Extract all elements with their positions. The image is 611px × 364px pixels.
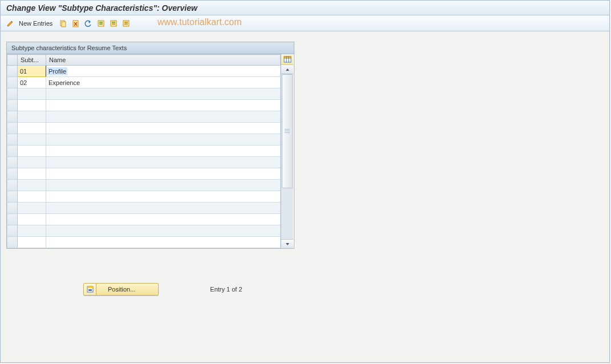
cell-subt[interactable]: 01	[18, 66, 46, 77]
table-row-empty[interactable]	[7, 157, 281, 168]
toggle-edit-icon[interactable]	[5, 18, 15, 29]
svg-rect-18	[88, 289, 92, 291]
table-row-empty[interactable]	[7, 191, 281, 203]
row-selector[interactable]	[7, 237, 18, 248]
table-row-empty[interactable]	[7, 203, 281, 214]
delete-icon[interactable]	[71, 18, 81, 29]
cell-subt[interactable]	[18, 191, 46, 203]
cell-name[interactable]	[46, 180, 281, 191]
cell-subt[interactable]	[18, 145, 46, 157]
app-frame: Change View "Subtype Characteristics": O…	[0, 0, 610, 363]
cell-subt[interactable]	[18, 168, 46, 180]
table-row-empty[interactable]	[7, 180, 281, 191]
cell-subt[interactable]	[18, 111, 46, 123]
row-selector[interactable]	[7, 157, 18, 168]
panel-title: Subtype characteristics for Resume Texts	[7, 42, 294, 54]
cell-subt[interactable]	[18, 134, 46, 145]
content-area: Subtype characteristics for Resume Texts…	[1, 31, 609, 306]
col-header-subt[interactable]: Subt...	[18, 55, 46, 66]
scroll-thumb[interactable]	[282, 74, 293, 188]
cell-subt[interactable]	[18, 88, 46, 100]
cell-name[interactable]	[46, 88, 281, 100]
table-settings-icon[interactable]	[281, 54, 293, 65]
scroll-track[interactable]	[281, 74, 293, 239]
vertical-scrollbar	[281, 54, 293, 248]
position-button[interactable]: Position...	[83, 283, 159, 296]
scroll-up-icon[interactable]	[281, 65, 293, 74]
cell-name[interactable]	[46, 168, 281, 180]
table-row-empty[interactable]	[7, 100, 281, 111]
table-row-empty[interactable]	[7, 168, 281, 180]
footer-row: Position... Entry 1 of 2	[6, 283, 604, 296]
cell-subt[interactable]	[18, 203, 46, 214]
cell-name[interactable]: Experience	[46, 77, 281, 88]
row-selector[interactable]	[7, 66, 18, 77]
cell-subt[interactable]	[18, 100, 46, 111]
table-row-empty[interactable]	[7, 111, 281, 123]
row-selector[interactable]	[7, 123, 18, 134]
subtype-panel: Subtype characteristics for Resume Texts…	[6, 42, 294, 249]
cell-name[interactable]	[46, 111, 281, 123]
select-all-icon[interactable]	[96, 18, 106, 29]
cell-name[interactable]	[46, 237, 281, 248]
copy-icon[interactable]	[58, 18, 68, 29]
cell-subt[interactable]	[18, 123, 46, 134]
row-selector[interactable]	[7, 203, 18, 214]
cell-name[interactable]	[46, 203, 281, 214]
cell-name[interactable]	[46, 225, 281, 237]
position-icon	[84, 284, 96, 295]
new-entries-button[interactable]: New Entries	[18, 20, 56, 27]
svg-rect-4	[99, 22, 103, 23]
cell-name[interactable]	[46, 123, 281, 134]
entry-status: Entry 1 of 2	[210, 286, 242, 293]
row-selector[interactable]	[7, 191, 18, 203]
select-block-icon[interactable]	[108, 18, 119, 29]
cell-name[interactable]: Profile	[46, 66, 281, 77]
table-row[interactable]: 02Experience	[7, 77, 281, 88]
row-selector[interactable]	[7, 214, 18, 225]
col-header-name[interactable]: Name	[46, 55, 281, 66]
toolbar: New Entries www.tutorialkart.com	[1, 15, 609, 31]
undo-icon[interactable]	[83, 18, 94, 29]
table-row-empty[interactable]	[7, 145, 281, 157]
cell-name[interactable]	[46, 134, 281, 145]
cell-name[interactable]	[46, 145, 281, 157]
col-header-select[interactable]	[7, 55, 18, 66]
table-row-empty[interactable]	[7, 237, 281, 248]
svg-rect-10	[124, 22, 128, 23]
table-row-empty[interactable]	[7, 225, 281, 237]
row-selector[interactable]	[7, 180, 18, 191]
table-row-empty[interactable]	[7, 88, 281, 100]
cell-subt[interactable]	[18, 157, 46, 168]
table-row[interactable]: 01Profile	[7, 66, 281, 77]
cell-name[interactable]	[46, 191, 281, 203]
cell-name[interactable]	[46, 157, 281, 168]
row-selector[interactable]	[7, 111, 18, 123]
table-row-empty[interactable]	[7, 134, 281, 145]
row-selector[interactable]	[7, 145, 18, 157]
deselect-all-icon[interactable]	[121, 18, 131, 29]
row-selector[interactable]	[7, 100, 18, 111]
row-selector[interactable]	[7, 134, 18, 145]
cell-subt[interactable]	[18, 214, 46, 225]
cell-name[interactable]	[46, 100, 281, 111]
row-selector[interactable]	[7, 77, 18, 88]
scroll-down-icon[interactable]	[281, 239, 293, 248]
row-selector[interactable]	[7, 225, 18, 237]
cell-subt[interactable]	[18, 225, 46, 237]
svg-rect-1	[62, 22, 66, 27]
cell-name[interactable]	[46, 214, 281, 225]
cell-subt[interactable]	[18, 180, 46, 191]
cell-subt[interactable]: 02	[18, 77, 46, 88]
title-bar: Change View "Subtype Characteristics": O…	[1, 1, 609, 15]
watermark: www.tutorialkart.com	[157, 17, 242, 27]
table-row-empty[interactable]	[7, 214, 281, 225]
subtype-table: Subt... Name 01Profile02Experience	[7, 54, 281, 248]
svg-rect-11	[124, 23, 128, 25]
row-selector[interactable]	[7, 168, 18, 180]
page-title: Change View "Subtype Characteristics": O…	[6, 3, 604, 13]
cell-subt[interactable]	[18, 237, 46, 248]
svg-rect-17	[87, 286, 93, 288]
table-row-empty[interactable]	[7, 123, 281, 134]
row-selector[interactable]	[7, 88, 18, 100]
